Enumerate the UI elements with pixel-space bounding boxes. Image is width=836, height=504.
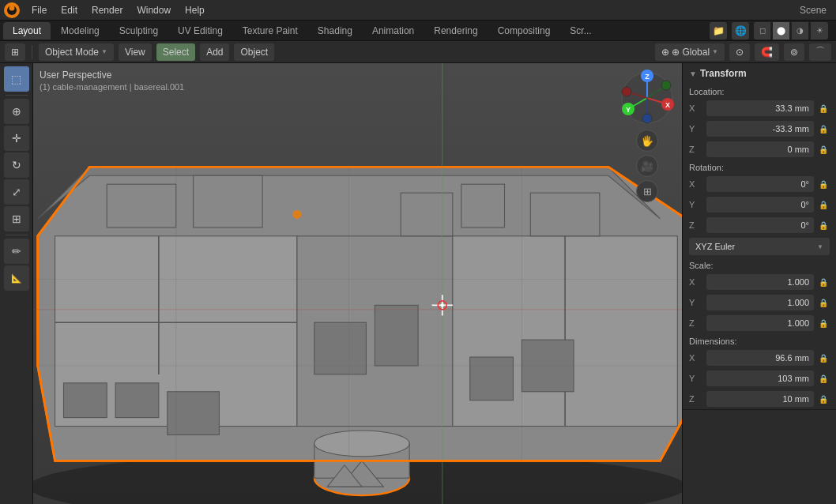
scene-name[interactable]: Scene [793,5,833,16]
tab-scripting[interactable]: Scr... [560,22,601,39]
pivot-button[interactable]: ⊙ [729,43,750,61]
transform-section: ▼ Transform Location: X 33.3 mm 🔒 Y -33.… [683,63,836,410]
loc-y-lock[interactable]: 🔒 [817,122,830,135]
rot-z-lock[interactable]: 🔒 [817,219,830,231]
header-toolbar: ⊞ Object Mode ▼ View Select Add Object ⊕… [0,41,836,63]
svg-text:X: X [665,101,670,109]
scale-z-value[interactable]: 1.000 [706,315,814,331]
menu-help[interactable]: Help [179,3,211,17]
tool-select-box[interactable]: ⬚ [4,66,29,92]
svg-rect-20 [461,184,505,228]
transform-global-button[interactable]: ⊕ ⊕ Global ▼ [655,43,725,61]
menu-file[interactable]: File [25,3,53,17]
scale-y-value[interactable]: 1.000 [706,295,814,310]
tool-rotate[interactable]: ↻ [4,152,29,178]
tool-transform[interactable]: ⊞ [4,206,29,231]
shading-material[interactable]: ◑ [792,22,809,39]
rotation-mode-arrow: ▼ [817,243,823,250]
gizmo-hand-button[interactable]: 🖐 [636,130,658,152]
divider-1 [32,45,32,59]
falloff-icon: ⌒ [815,45,825,58]
dim-z-value[interactable]: 10 mm [706,391,814,407]
tool-scale[interactable]: ⤢ [4,179,29,205]
render-icon[interactable]: 🌐 [732,22,749,39]
menu-render[interactable]: Render [85,3,129,17]
dim-x-lock[interactable]: 🔒 [817,352,830,364]
rot-y-row: Y 0° 🔒 [683,194,836,215]
object-mode-label: Object Mode [45,47,99,58]
viewport-3d[interactable]: User Perspective (1) cable-management | … [33,63,682,504]
right-panel: ▼ Transform Location: X 33.3 mm 🔒 Y -33.… [682,63,836,504]
shading-solid[interactable]: ⬤ [773,22,790,39]
tab-sculpting[interactable]: Sculpting [110,22,168,39]
svg-rect-12 [64,383,107,418]
dim-z-row: Z 10 mm 🔒 [683,389,836,409]
tab-layout[interactable]: Layout [3,22,51,39]
rotation-label: Rotation: [683,160,836,174]
blender-logo[interactable] [3,2,21,19]
scale-x-label: X [689,277,703,287]
rot-z-value[interactable]: 0° [706,217,814,233]
dim-x-value[interactable]: 96.6 mm [706,350,814,366]
tab-uv-editing[interactable]: UV Editing [168,22,232,39]
dim-x-row: X 96.6 mm 🔒 [683,348,836,368]
svg-rect-19 [401,193,453,236]
scale-x-lock[interactable]: 🔒 [817,276,830,288]
svg-rect-13 [115,383,159,418]
orbit-gizmo[interactable]: Z X Y [619,70,676,126]
add-button[interactable]: Add [200,43,229,61]
scene-collection-icon[interactable]: 📁 [710,22,727,39]
proportional-button[interactable]: ⊚ [784,43,804,61]
scale-y-lock[interactable]: 🔒 [817,296,830,309]
rot-y-lock[interactable]: 🔒 [817,198,830,211]
loc-x-value[interactable]: 33.3 mm [706,100,814,116]
dim-y-label: Y [689,374,703,383]
select-button[interactable]: Select [156,43,195,61]
gizmo-grid-button[interactable]: ⊞ [636,180,658,202]
dim-z-lock[interactable]: 🔒 [817,393,830,405]
location-z-row: Z 0 mm 🔒 [683,139,836,160]
rot-y-label: Y [689,200,703,209]
rotation-mode-dropdown[interactable]: XYZ Euler ▼ [689,238,830,255]
object-mode-arrow: ▼ [101,48,107,55]
loc-x-lock[interactable]: 🔒 [817,102,830,115]
tab-compositing[interactable]: Compositing [488,22,560,39]
tab-rendering[interactable]: Rendering [424,22,487,39]
tool-annotate[interactable]: ✏ [4,239,29,264]
tab-modeling[interactable]: Modeling [51,22,109,39]
loc-y-value[interactable]: -33.3 mm [706,121,814,137]
scale-x-value[interactable]: 1.000 [706,274,814,290]
tab-animation[interactable]: Animation [363,22,424,39]
editor-type-button[interactable]: ⊞ [5,43,25,61]
menu-edit[interactable]: Edit [55,3,84,17]
dim-y-value[interactable]: 103 mm [706,370,814,386]
snap-button[interactable]: 🧲 [755,43,779,61]
transform-header[interactable]: ▼ Transform [683,63,836,84]
object-button[interactable]: Object [234,43,274,61]
dim-y-lock[interactable]: 🔒 [817,372,830,385]
loc-z-lock[interactable]: 🔒 [817,143,830,156]
location-y-row: Y -33.3 mm 🔒 [683,118,836,139]
tab-shading[interactable]: Shading [308,22,362,39]
loc-z-value[interactable]: 0 mm [706,141,814,157]
menu-window[interactable]: Window [130,3,177,17]
editor-type-icon: ⊞ [11,47,19,58]
rot-y-value[interactable]: 0° [706,197,814,213]
tab-texture-paint[interactable]: Texture Paint [233,22,307,39]
view-button[interactable]: View [119,43,152,61]
svg-rect-15 [314,322,367,374]
tool-move[interactable]: ✛ [4,126,29,151]
tool-measure[interactable]: 📐 [4,265,29,291]
rot-x-lock[interactable]: 🔒 [817,178,830,190]
rot-x-value[interactable]: 0° [706,176,814,192]
shading-rendered[interactable]: ☀ [811,22,828,39]
object-mode-button[interactable]: Object Mode ▼ [39,43,114,61]
gizmo-camera-button[interactable]: 🎥 [636,155,658,177]
svg-rect-16 [375,305,418,366]
shading-wireframe[interactable]: ◻ [754,22,771,39]
scale-z-lock[interactable]: 🔒 [817,317,830,329]
svg-point-2 [9,5,15,10]
tool-cursor[interactable]: ⊕ [4,99,29,124]
falloff-button[interactable]: ⌒ [809,43,831,61]
rot-z-row: Z 0° 🔒 [683,215,836,235]
